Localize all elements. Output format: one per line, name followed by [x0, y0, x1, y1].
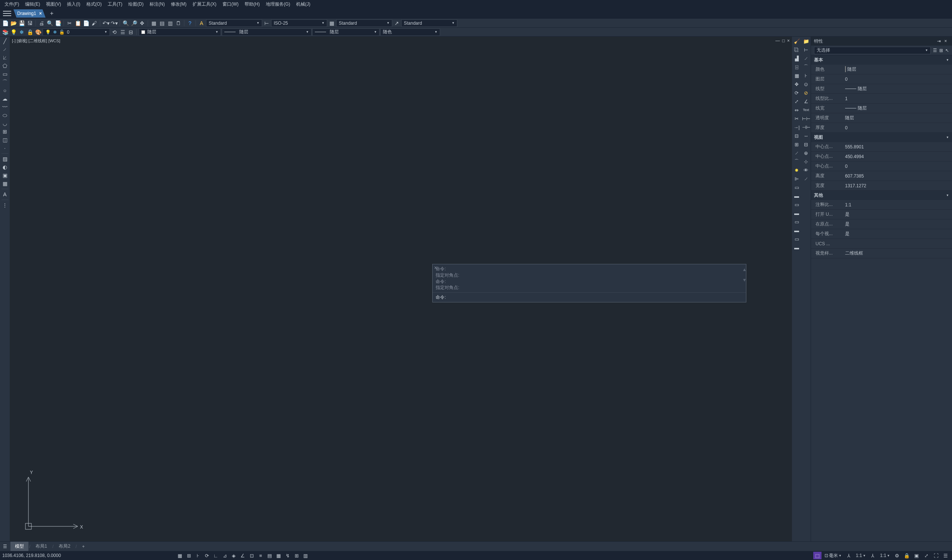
zoom-window-icon[interactable]: 🔍 [122, 19, 129, 27]
section-basic[interactable]: 基本▼ [811, 56, 952, 65]
mleader-style-icon[interactable]: ↗ [393, 19, 400, 27]
help-icon[interactable]: ? [186, 19, 194, 27]
extend-icon[interactable]: →| [793, 123, 801, 131]
menu-modify[interactable]: 修改(M) [168, 1, 190, 8]
section-view[interactable]: 视图▼ [811, 133, 952, 142]
layer-manager-icon[interactable]: 📚 [2, 28, 9, 36]
layer-on-icon[interactable]: 💡 [10, 28, 17, 36]
rotate-icon[interactable]: ⟳ [793, 89, 801, 96]
line-icon[interactable]: ╱ [1, 37, 9, 45]
layout-menu-icon[interactable]: ☰ [3, 544, 10, 549]
quick-select-icon[interactable]: ☰ [933, 48, 937, 53]
property-value[interactable]: 1:1 [843, 202, 952, 207]
property-row[interactable]: 中心点...555.8901 [811, 142, 952, 152]
layout2-tab[interactable]: 布局2 [54, 541, 75, 551]
dim-style-dropdown[interactable]: ISO-25▼ [271, 19, 327, 27]
region-icon[interactable]: ▣ [1, 171, 9, 179]
more-icon[interactable]: ⋮ [1, 202, 9, 209]
3dosnap-icon[interactable]: ↯ [283, 552, 292, 559]
property-value[interactable]: 随层 [843, 86, 952, 92]
layer-lock-icon[interactable]: 🔒 [26, 28, 34, 36]
chamfer-icon[interactable]: ⟋ [793, 149, 801, 157]
insert-block-icon[interactable]: ⊞ [1, 128, 9, 135]
draworder-icon[interactable]: ▭ [793, 184, 801, 191]
lineweight-dropdown[interactable]: 随层▼ [312, 28, 380, 36]
xline-icon[interactable]: ⟋ [1, 46, 9, 53]
osnap-icon[interactable]: ⊡ [247, 552, 256, 559]
draworder4-icon[interactable]: ▬ [793, 209, 801, 217]
property-value[interactable]: 随层 [843, 105, 952, 111]
menu-dimension[interactable]: 标注(N) [147, 1, 168, 8]
draworder7-icon[interactable]: ▭ [793, 235, 801, 243]
menu-extensions[interactable]: 扩展工具(X) [190, 1, 219, 8]
layer-state-icon[interactable]: ☰ [119, 28, 127, 36]
property-value[interactable]: 0 [843, 164, 952, 169]
dim-aligned-icon[interactable]: ⟋ [802, 55, 810, 62]
gradient-icon[interactable]: ◐ [1, 164, 9, 171]
property-value[interactable]: 是 [843, 211, 952, 218]
array-icon[interactable]: ▦ [793, 72, 801, 79]
ellipse-icon[interactable]: ⬭ [1, 111, 9, 119]
infer-icon[interactable]: ⊦ [194, 552, 202, 559]
dim-baseline-icon[interactable]: ⊢⊢ [802, 115, 810, 122]
text-style-icon[interactable]: A [198, 19, 205, 27]
menu-insert[interactable]: 插入(I) [64, 1, 83, 8]
command-window[interactable]: × 命令: 指定对角点: 命令: 指定对角点: ▲▼ 命令: [432, 264, 746, 302]
dynucs-icon[interactable]: ⊞ [292, 552, 301, 559]
property-value[interactable]: 1 [843, 96, 952, 101]
paste-icon[interactable]: 📄 [82, 19, 90, 27]
polyline-icon[interactable]: ⟀ [1, 54, 9, 61]
menu-window[interactable]: 窗口(W) [219, 1, 241, 8]
property-value[interactable]: 二维线框 [843, 250, 952, 256]
ortho-icon[interactable]: ∟ [212, 552, 220, 559]
arc-icon[interactable]: ⌒ [1, 79, 9, 86]
pan-icon[interactable]: ✥ [138, 19, 146, 27]
draworder6-icon[interactable]: ▬ [793, 227, 801, 234]
draworder8-icon[interactable]: ▬ [793, 244, 801, 251]
model-paper-icon[interactable]: ⬚ [813, 552, 822, 559]
selection-filter-icon[interactable]: ▥ [301, 552, 310, 559]
menu-view[interactable]: 视图(V) [43, 1, 64, 8]
command-input[interactable] [448, 294, 743, 301]
annotation-scale[interactable]: 1:1▼ [855, 553, 867, 558]
join-icon[interactable]: ⊞ [793, 140, 801, 148]
fillet-icon[interactable]: ⌒ [793, 158, 801, 165]
properties-icon[interactable]: ▦ [150, 19, 158, 27]
cut-icon[interactable]: ✂ [66, 19, 73, 27]
property-value[interactable]: 555.8901 [843, 144, 952, 150]
circle-icon[interactable]: ○ [1, 87, 9, 94]
offset-icon[interactable]: ⌻ [793, 63, 801, 71]
property-value[interactable]: 是 [843, 221, 952, 227]
snap-icon[interactable]: ⊞ [185, 552, 193, 559]
jog-icon[interactable]: ⟋ [802, 175, 810, 182]
transparency-icon[interactable]: ▤ [266, 552, 274, 559]
trim-icon[interactable]: ✂ [793, 115, 801, 122]
move-icon[interactable]: ✥ [793, 80, 801, 88]
property-row[interactable]: 每个视...是 [811, 229, 952, 239]
point-icon[interactable]: · [1, 144, 9, 152]
otrack-icon[interactable]: ∠ [238, 552, 247, 559]
selection-cycle-icon[interactable]: ▦ [275, 552, 283, 559]
units-button[interactable]: ⊡毫米▼ [823, 552, 843, 559]
save-icon[interactable]: 💾 [18, 19, 25, 27]
menu-format[interactable]: 格式(O) [83, 1, 105, 8]
select-objects-icon[interactable]: ↖ [945, 48, 949, 53]
dim-space-icon[interactable]: ↔ [802, 132, 810, 139]
linetype-dropdown[interactable]: 随层▼ [222, 28, 311, 36]
revcloud-icon[interactable]: ☁ [1, 95, 9, 102]
hatch-icon[interactable]: ▨ [1, 155, 9, 163]
draworder3-icon[interactable]: ▭ [793, 201, 801, 208]
annotation2-icon[interactable]: ⅄ [869, 552, 877, 559]
folder-icon[interactable]: 📁 [802, 37, 810, 45]
make-block-icon[interactable]: ◫ [1, 136, 9, 143]
dim-quick-icon[interactable]: Text [802, 106, 810, 114]
dim-style-icon[interactable]: ⊢ [263, 19, 270, 27]
property-row[interactable]: 颜色随层 [811, 65, 952, 74]
pickadd-icon[interactable]: ⊞ [939, 48, 943, 53]
property-value[interactable]: 0 [843, 77, 952, 82]
stretch-icon[interactable]: ⇔ [793, 106, 801, 114]
center-mark-icon[interactable]: ⊹ [802, 158, 810, 165]
customize-icon[interactable]: ☰ [941, 552, 950, 559]
layer-dropdown[interactable]: 💡❄🔓 0▼ [43, 28, 110, 36]
tolerance-icon[interactable]: ⊕ [802, 149, 810, 157]
